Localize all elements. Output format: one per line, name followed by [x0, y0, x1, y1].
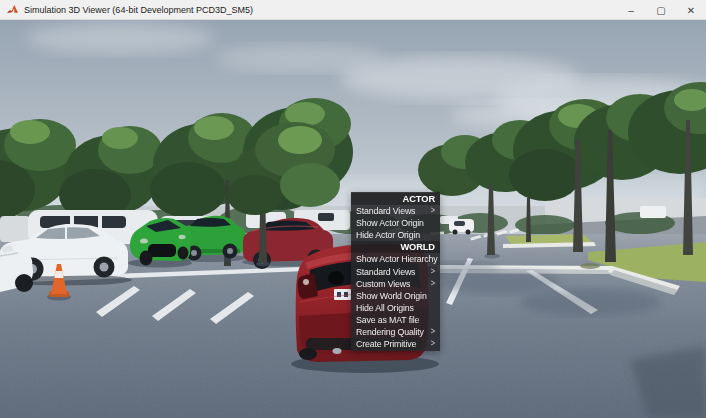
menu-item-label: Custom Views	[356, 278, 410, 290]
title-bar: Simulation 3D Viewer (64-bit Development…	[0, 0, 706, 20]
menu-item-save-as-mat-file[interactable]: Save as MAT file	[351, 314, 440, 326]
window-controls: – ▢ ✕	[616, 0, 706, 20]
menu-item-label: Save as MAT file	[356, 314, 419, 326]
menu-section-header-world: WORLD	[351, 241, 440, 253]
menu-item-label: Hide Actor Origin	[356, 229, 420, 241]
menu-section-header-actor: ACTOR	[351, 193, 440, 205]
menu-item-label: Show Actor Origin	[356, 217, 424, 229]
maximize-button[interactable]: ▢	[646, 0, 676, 20]
menu-item-label: Hide All Origins	[356, 302, 414, 314]
menu-item-label: Show World Origin	[356, 290, 427, 302]
menu-item-label: Standard Views	[356, 266, 415, 278]
close-button[interactable]: ✕	[676, 0, 706, 20]
menu-item-label: Rendering Quality	[356, 326, 424, 338]
menu-item-standard-views[interactable]: Standard Views>	[351, 205, 440, 217]
matlab-icon	[7, 4, 18, 15]
submenu-arrow-icon: >	[431, 277, 435, 291]
menu-item-create-primitive[interactable]: Create Primitive>	[351, 338, 440, 350]
menu-item-rendering-quality[interactable]: Rendering Quality>	[351, 326, 440, 338]
menu-item-custom-views[interactable]: Custom Views>	[351, 278, 440, 290]
window-title: Simulation 3D Viewer (64-bit Development…	[24, 5, 253, 15]
menu-item-show-actor-hierarchy[interactable]: Show Actor Hierarchy	[351, 253, 440, 265]
menu-item-label: Show Actor Hierarchy	[356, 253, 438, 265]
context-menu: ACTORStandard Views>Show Actor OriginHid…	[351, 192, 440, 351]
menu-item-standard-views[interactable]: Standard Views>	[351, 266, 440, 278]
car-white-corner[interactable]	[0, 251, 33, 292]
simulation-3d-viewer-window: Simulation 3D Viewer (64-bit Development…	[0, 0, 706, 418]
menu-item-label: Standard Views	[356, 205, 415, 217]
menu-item-hide-actor-origin[interactable]: Hide Actor Origin	[351, 229, 440, 241]
submenu-arrow-icon: >	[431, 204, 435, 218]
minimize-button[interactable]: –	[616, 0, 646, 20]
submenu-arrow-icon: >	[431, 337, 435, 351]
menu-item-label: Create Primitive	[356, 338, 416, 350]
menu-item-hide-all-origins[interactable]: Hide All Origins	[351, 302, 440, 314]
menu-item-show-actor-origin[interactable]: Show Actor Origin	[351, 217, 440, 229]
menu-item-show-world-origin[interactable]: Show World Origin	[351, 290, 440, 302]
